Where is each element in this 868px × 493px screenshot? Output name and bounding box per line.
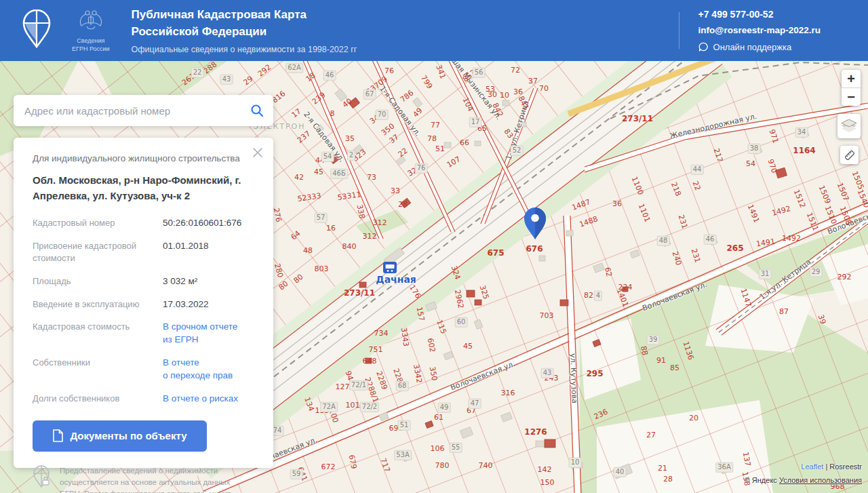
parcel-number-label: 18 [304,71,317,84]
zoom-in-button[interactable]: + [842,70,861,87]
parcel-number-label: 83 [502,127,515,140]
parcel-number-label: 1511 [805,212,821,233]
parcel-number-label: 740 [479,461,493,470]
measure-button[interactable] [840,146,859,164]
parcel-number-label: 676 [526,244,542,254]
building-number-label: 56 [473,68,486,78]
parcel-number-label: 80 [277,279,290,292]
zoom-out-button[interactable]: − [842,88,861,106]
search-input[interactable] [14,105,250,117]
parcel-number-label: 2289 [374,370,389,391]
app: Сведения ЕГРН России Публичная Кадастров… [0,0,868,493]
street-label: Большая Мызинская ул. [438,61,503,121]
panel-rows: Кадастровый номер50:26:0160601:676Присво… [33,217,254,406]
parcel-number-label: 265 [726,243,743,253]
street-label: Волочаевская ул. [826,203,868,236]
parcel-number-label: 87 [779,307,789,316]
phone-number[interactable]: +7 499 577-00-52 [698,9,821,20]
building-number-label: 52 [511,146,524,156]
building-number-label: 76 [415,163,428,174]
parcel-number-label: 341 [434,64,447,80]
parcel-number-label: 1487 [571,197,592,212]
building-number-label: 46 [704,235,717,245]
attribution-line1: Leaflet | Rosreestr [745,460,862,474]
parcel-number-label: 751 [369,345,383,354]
parcel-number-label: 66 [460,138,469,147]
parcel-number-label: 672 [321,462,336,471]
parcel-number-label: 27 [646,431,656,439]
parcel-number-label: 85 [670,363,679,372]
parcel-number-label: 157 [414,306,426,321]
parcel-number-label: 292 [256,62,273,78]
row-label: Присвоение кадастровой стоимости [33,240,155,264]
parcel-number-label: 2288/1 [363,376,380,404]
parcel-number-label: 82 [584,291,593,300]
street-label: Железнодорожная ул. [669,112,758,140]
header-divider [679,12,679,49]
building-number-label: 51 [398,420,411,431]
online-support-link[interactable]: Онлайн поддержка [698,42,821,52]
parcel-number-label: 53709 [365,75,389,96]
email-link[interactable]: info@rosreestr-map-2022.ru [698,25,821,35]
parcel-number-label: 8 [330,109,335,118]
site-logo-pin-icon[interactable] [22,9,52,52]
parcel-number-label: 52333 [297,191,321,203]
land-category: Для индивидуального жилищного строительс… [33,153,254,165]
parcel-number-label: 176 [408,283,422,300]
parcel-number-label: 840 [342,242,357,251]
parcel-number-label: 648 [363,357,377,366]
panel-footer: Предоставление сведений о недвижимости о… [33,465,254,493]
parcel-number-label: 36 [612,199,622,208]
building-number-label: 55 [450,443,462,453]
parcel-number-label: 115 [435,319,448,335]
chat-bubble-icon [698,42,709,52]
parcel-number-label: 150 [540,478,555,487]
documents-button[interactable]: Документы по объекту [33,420,207,452]
close-icon[interactable] [251,146,264,159]
building-number-label: 40 [614,467,627,477]
building-number-label: 34 [795,127,808,138]
site-title: Публичная Кадастровая Карта Российской Ф… [132,7,357,40]
row-value-link[interactable]: В отчете о переходе прав [163,357,254,382]
layers-button[interactable] [837,114,861,138]
building-number-label: 29 [810,267,823,277]
terms-link[interactable]: Условия использования [779,476,862,484]
building-number-label: 48 [657,236,670,246]
parcel-number-label: 343 [368,110,385,125]
parcel-number-label: 1488 [578,214,599,229]
parcel-number-label: 1492 [771,204,791,218]
street-label: 1-я ул. Кетрица [504,100,530,161]
parcel-number-label: 312 [373,218,387,227]
parcel-number-label: 91 [656,356,666,365]
parcel-number-label: 1509 [817,184,833,205]
parcel-number-label: 73 [367,173,376,182]
parcel-number-label: 42 [294,173,304,182]
parcel-number-label: 30 [488,90,497,99]
row-value-link[interactable]: В отчете о рисках [163,393,254,406]
parcel-number-label: 100 [328,408,340,424]
parcel-number-label: 240 [671,250,684,267]
leaflet-link[interactable]: Leaflet [801,462,823,471]
parcel-number-label: 338 [355,203,366,219]
search-box [14,95,273,126]
parcel-number-label: 28 [663,475,673,484]
row-label: Площадь [33,275,155,288]
parcel-number-label: 53 [486,85,495,94]
street-label: 1-я Садовая ул. [378,84,422,138]
parcel-number-label: 1492 [782,234,801,243]
egrn-emblem: Сведения ЕГРН России [72,7,110,53]
building-number-label: 70 [376,110,389,120]
parcel-number-label: 28 [398,200,408,209]
row-value-link[interactable]: В срочном отчете из ЕГРН [163,321,254,347]
parcel-number-label: 243 [545,374,559,382]
parcel-number-label: 1101 [637,203,652,224]
parcel-number-label: 76 [384,66,394,75]
row-value: 01.01.2018 [163,240,254,264]
building-number-label: 72А [320,402,338,412]
parcel-number-label: 107 [446,155,462,170]
parcel-number-label: 842 [491,102,505,119]
parcel-number-label: 64 [289,229,302,242]
building-number-label: 54 [321,152,334,162]
search-icon[interactable] [250,104,264,117]
building-number-label: 4 [594,291,602,301]
